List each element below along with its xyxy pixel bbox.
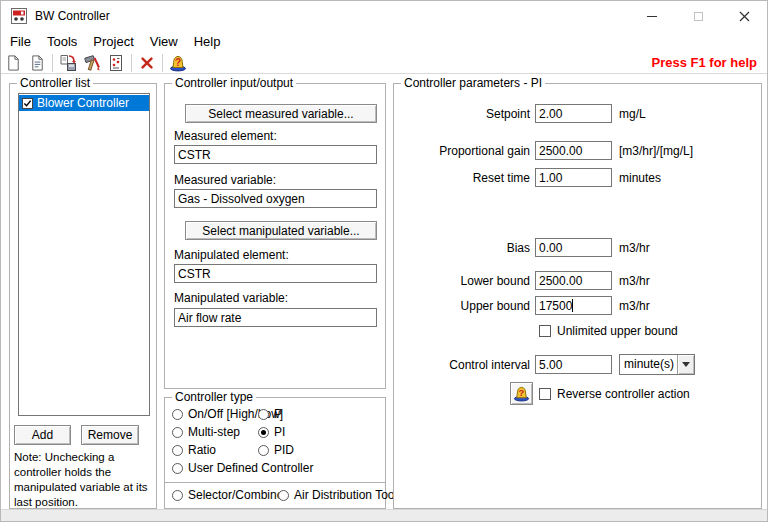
reset-time-field[interactable] [535,168,612,187]
remove-button[interactable]: Remove [81,425,139,445]
upper-bound-label: Upper bound [394,299,530,313]
manipulated-variable-field[interactable] [174,308,377,327]
app-icon [11,8,27,24]
new-document-icon[interactable] [1,53,25,73]
reset-time-unit: minutes [619,171,661,185]
svg-text:?: ? [175,56,181,67]
radio-ratio-label[interactable]: Ratio [188,443,216,457]
radio-p[interactable] [258,409,269,420]
radio-p-label[interactable]: P [274,407,282,421]
menu-tools[interactable]: Tools [39,32,85,51]
press-f1-help-text: Press F1 for help [652,55,757,70]
radio-air-distribution-label[interactable]: Air Distribution Tool [294,488,397,502]
setpoint-label: Setpoint [394,107,530,121]
bias-field[interactable] [535,238,612,257]
select-measured-variable-button[interactable]: Select measured variable... [185,104,377,123]
setpoint-field[interactable] [535,104,612,123]
measured-variable-label: Measured variable: [174,173,276,187]
help-bell-icon: ? [513,385,530,402]
controller-io-group: Controller input/output Select measured … [164,83,386,389]
svg-text:?: ? [519,387,525,398]
alarm-settings-button[interactable]: ? [510,382,533,405]
upper-bound-unit: m3/hr [619,299,650,313]
measured-element-field[interactable] [174,145,377,164]
add-button[interactable]: Add [14,425,71,445]
toolbar-separator [131,54,132,72]
controller-listbox[interactable]: Blower Controller [18,93,150,416]
radio-multistep-label[interactable]: Multi-step [188,425,240,439]
menu-help[interactable]: Help [186,32,229,51]
maximize-button[interactable] [675,1,721,31]
minimize-button[interactable] [629,1,675,31]
title-bar[interactable]: BW Controller [1,1,767,31]
control-interval-label: Control interval [394,358,530,372]
select-manipulated-variable-button[interactable]: Select manipulated variable... [185,221,377,240]
radio-multistep[interactable] [172,427,183,438]
bias-unit: m3/hr [619,241,650,255]
controller-type-group: Controller type On/Off [High/Low] Multi-… [164,397,386,483]
radio-onoff[interactable] [172,409,183,420]
menu-bar: File Tools Project View Help [1,31,767,52]
delete-icon[interactable] [135,53,159,73]
remove-button-label: Remove [88,428,133,442]
unlimited-upper-bound-checkbox[interactable] [539,325,551,337]
unchecking-note: Note: Unchecking a controller holds the … [14,450,156,510]
controller-type-title: Controller type [172,390,256,404]
proportional-gain-unit: [m3/hr]/[mg/L] [619,144,693,158]
controller-list-title: Controller list [17,76,93,90]
radio-pi-label[interactable]: PI [274,425,285,439]
add-button-label: Add [32,428,53,442]
menu-view[interactable]: View [142,32,186,51]
radio-user-defined-label[interactable]: User Defined Controller [188,461,313,475]
radio-pid[interactable] [258,445,269,456]
text-caret [572,299,573,312]
reverse-controller-action-label[interactable]: Reverse controller action [557,387,690,401]
radio-air-distribution[interactable] [278,490,289,501]
menu-file[interactable]: File [2,32,39,51]
manipulated-variable-label: Manipulated variable: [174,291,288,305]
close-button[interactable] [721,1,767,31]
menu-project[interactable]: Project [85,32,141,51]
lower-bound-field[interactable] [535,271,612,290]
setpoint-unit: mg/L [619,107,646,121]
radio-selector-combiner[interactable] [172,490,183,501]
reverse-controller-action-checkbox[interactable] [539,388,551,400]
chevron-down-icon [682,362,690,367]
upper-bound-field[interactable] [535,296,612,315]
lower-bound-label: Lower bound [394,274,530,288]
dropdown-button[interactable] [677,355,694,374]
controller-list-group: Controller list Blower Controller Add Re… [9,83,157,509]
radio-ratio[interactable] [172,445,183,456]
caption-buttons [629,1,767,31]
minimize-icon [647,16,657,17]
controller-checkbox[interactable] [22,98,33,109]
toolbar-separator [52,54,53,72]
control-interval-unit-dropdown[interactable]: minute(s) [619,354,695,375]
save-controller-icon[interactable] [56,53,80,73]
radio-pi[interactable] [258,427,269,438]
unlimited-upper-bound-label[interactable]: Unlimited upper bound [557,324,678,338]
proportional-gain-field[interactable] [535,141,612,160]
controller-io-title: Controller input/output [172,76,296,90]
toolbar-separator [162,54,163,72]
proportional-gain-label: Proportional gain [394,144,530,158]
lower-bound-unit: m3/hr [619,274,650,288]
radio-selector-combiner-label[interactable]: Selector/Combiner [188,488,287,502]
check-icon [23,99,32,108]
matrix-icon[interactable] [104,53,128,73]
report-icon[interactable] [25,53,49,73]
measured-variable-field[interactable] [174,189,377,208]
list-item[interactable]: Blower Controller [19,95,149,111]
select-manipulated-label: Select manipulated variable... [202,224,359,238]
measured-element-label: Measured element: [174,129,277,143]
radio-pid-label[interactable]: PID [274,443,294,457]
manipulated-element-field[interactable] [174,264,377,283]
manipulated-element-label: Manipulated element: [174,248,289,262]
radio-user-defined[interactable] [172,463,183,474]
help-bell-icon[interactable]: ? [166,53,190,73]
tools-icon[interactable] [80,53,104,73]
close-icon [739,11,750,22]
select-measured-label: Select measured variable... [208,107,353,121]
control-interval-field[interactable] [535,355,612,374]
controller-parameters-group: Controller parameters - PI Setpoint mg/L… [393,83,762,509]
